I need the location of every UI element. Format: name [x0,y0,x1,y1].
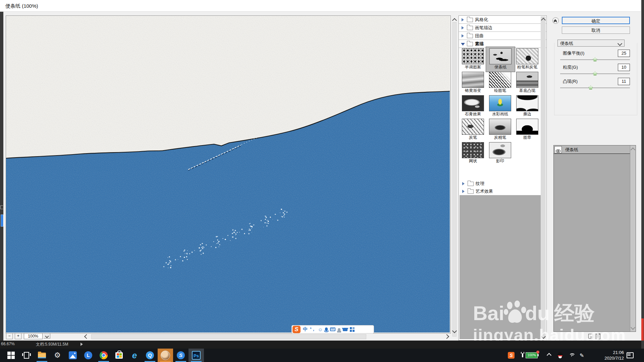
taskbar-file-explorer[interactable] [34,349,50,362]
filter-thumbnail-label: 炭笔 [460,135,486,140]
photoshop-toolbar-sliver [0,12,3,341]
cancel-button[interactable]: 取消 [562,26,630,34]
relief-slider[interactable] [560,87,630,88]
tray-clock[interactable]: 21:06 2020/7/12 [590,349,624,362]
scroll-right-icon[interactable] [444,334,449,339]
zoom-out-button[interactable]: − [6,333,13,339]
filter-thumb-10[interactable]: 炭精笔 [487,118,514,141]
taskbar-store[interactable] [111,349,127,362]
ime-account-icon[interactable] [338,328,340,331]
filter-thumbnail-image [462,142,484,158]
preview-image [6,16,450,333]
zoom-in-button[interactable]: + [15,333,21,339]
filter-thumb-0[interactable]: 半调图案 [460,48,486,70]
status-arrow-icon[interactable] [80,343,83,346]
canvas-vertical-scrollbar[interactable] [451,16,457,332]
scroll-down-icon[interactable] [541,334,546,339]
wifi-icon [569,353,575,357]
filter-thumb-7[interactable]: 水彩画纸 [487,95,514,117]
filter-thumb-1[interactable]: 便条纸 [486,47,515,72]
tray-windows-ink[interactable]: ✎ [580,349,584,362]
ime-keyboard-icon[interactable] [330,327,335,331]
filter-thumb-2[interactable]: 粉笔和炭笔 [514,48,541,70]
filter-thumb-11[interactable]: 图章 [514,118,541,141]
ime-skin-icon[interactable] [343,328,347,331]
folder-icon [467,34,473,38]
filter-thumb-4[interactable]: 绘图笔 [487,71,514,94]
scroll-left-icon[interactable] [84,334,89,339]
start-button[interactable] [3,349,19,362]
collapsed-arrow-icon[interactable] [462,26,464,29]
ime-emoji-icon[interactable]: ☺ [318,327,323,332]
tray-qq[interactable] [557,349,563,362]
tray-power-battery[interactable]: 100% [522,349,538,362]
category-brush-strokes[interactable]: 画笔描边 [459,24,546,32]
taskbar-photos[interactable] [65,349,80,362]
category-artistic[interactable]: 艺术效果 [460,187,541,195]
filter-panel-scrollbar[interactable] [541,16,546,339]
visibility-toggle[interactable] [554,146,562,153]
filter-thumb-6[interactable]: 石膏效果 [460,95,486,117]
scroll-up-icon[interactable] [631,147,635,152]
delete-effect-layer-button[interactable] [596,334,600,339]
graininess-value[interactable]: 10 [618,64,630,71]
expanded-arrow-icon[interactable] [461,43,465,46]
taskbar-clock-app[interactable]: L [80,349,96,362]
ime-toolbar[interactable]: S 中 °， ☺ [291,325,374,334]
ime-toolbox-icon[interactable] [350,327,355,332]
filter-thumbnail-image [462,119,484,135]
tool-icon [0,205,3,209]
filter-thumb-13[interactable]: 影印 [487,141,514,164]
taskbar-qq-browser[interactable]: Q [142,349,158,362]
vertical-scroll-thumb[interactable] [452,22,457,337]
filter-thumbnail-image [489,119,511,135]
zoom-dropdown-button[interactable] [44,333,50,339]
graininess-slider[interactable] [560,73,630,74]
ime-punctuation-icon[interactable]: °， [310,326,316,332]
filter-select-dropdown[interactable]: 便条纸 [557,40,625,47]
scroll-down-icon[interactable] [631,325,635,330]
effect-layer-row[interactable]: 便条纸 [554,145,630,154]
taskbar-internet-explorer[interactable]: e [127,349,142,362]
category-stylize[interactable]: 风格化 [459,16,546,24]
filter-thumb-9[interactable]: 炭笔 [460,118,486,141]
tray-date: 2020/7/12 [590,355,624,361]
relief-value[interactable]: 11 [618,78,630,85]
collapsed-arrow-icon[interactable] [462,18,464,21]
filter-thumb-8[interactable]: 撕边 [514,95,541,117]
filter-thumbnail-label: 半调图案 [460,65,486,69]
collapse-panel-button[interactable] [552,17,559,24]
layers-scrollbar[interactable] [630,145,636,331]
photoshop-status-bar: 66.67% 文档:5.93M/11.5M [0,341,644,349]
horizontal-scroll-thumb[interactable] [91,334,366,339]
filter-thumb-5[interactable]: 基底凸现 [514,71,541,94]
ok-button[interactable]: 确定 [562,17,630,24]
scroll-up-icon[interactable] [541,18,546,22]
collapsed-arrow-icon[interactable] [462,34,464,38]
open-folder-icon [467,42,473,46]
filter-preview-canvas[interactable] [6,15,451,334]
filter-thumb-3[interactable]: 铬黄渐变 [460,71,486,94]
sogou-logo-icon[interactable]: S [292,326,301,333]
tray-show-hidden[interactable] [547,349,551,362]
category-distort[interactable]: 扭曲 [459,32,546,40]
tray-sogou[interactable]: S [508,349,515,362]
taskbar-photoshop-active[interactable]: Ps [189,349,204,362]
tray-wifi[interactable] [569,349,575,362]
ime-mic-icon[interactable] [325,327,328,331]
image-balance-slider[interactable] [560,59,630,60]
taskbar-chrome[interactable] [96,349,111,362]
action-center-button[interactable] [627,349,634,362]
taskbar-settings[interactable]: ⚙ [50,349,65,362]
taskbar-flashing-app[interactable] [158,349,173,362]
taskbar-s-app[interactable]: S [173,349,189,362]
new-effect-layer-button[interactable] [588,334,593,339]
filter-thumbnail-label: 撕边 [514,112,541,116]
collapsed-arrow-icon[interactable] [462,190,465,193]
filter-thumb-12[interactable]: 网状 [460,141,486,164]
category-texture[interactable]: 纹理 [460,180,541,188]
ime-mode-chinese[interactable]: 中 [303,326,308,333]
image-balance-value[interactable]: 25 [618,50,630,57]
collapsed-arrow-icon[interactable] [462,182,465,185]
task-view-button[interactable] [19,349,34,362]
